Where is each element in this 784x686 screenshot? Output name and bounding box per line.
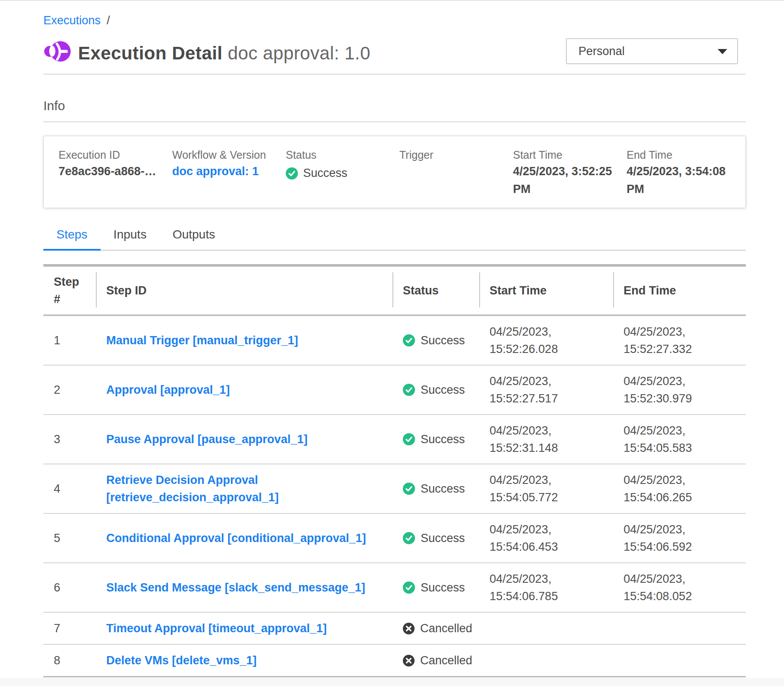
step-id-link[interactable]: Slack Send Message [slack_send_message_1… xyxy=(106,581,365,594)
column-header-status: Status xyxy=(392,267,479,316)
step-id-link[interactable]: Conditional Approval [conditional_approv… xyxy=(106,532,366,545)
step-id-link[interactable]: Retrieve Decision Approval [retrieve_dec… xyxy=(106,474,279,504)
step-id-link[interactable]: Delete VMs [delete_vms_1] xyxy=(106,654,257,667)
step-start-time: 04/25/2023, 15:54:06.785 xyxy=(479,563,613,613)
workflow-version-link[interactable]: doc approval: 1 xyxy=(172,165,259,178)
breadcrumb-separator: / xyxy=(107,14,110,27)
step-start-time: 04/25/2023, 15:52:27.517 xyxy=(479,366,613,415)
step-number: 6 xyxy=(43,563,96,613)
steps-table: Step # Step ID Status Start Time End Tim… xyxy=(43,264,746,677)
step-number: 4 xyxy=(43,464,96,514)
info-section-title: Info xyxy=(43,98,746,114)
step-end-time: 04/25/2023, 15:54:08.052 xyxy=(613,563,746,613)
step-number: 3 xyxy=(43,415,96,464)
cancelled-x-icon xyxy=(403,655,415,666)
success-check-icon xyxy=(403,483,415,495)
step-number: 8 xyxy=(43,645,96,676)
info-field-end-time: End Time 4/25/2023, 3:54:08 PM xyxy=(627,149,745,208)
breadcrumb: Executions/ xyxy=(43,0,746,27)
step-status-label: Success xyxy=(421,579,465,596)
step-end-time: 04/25/2023, 15:54:06.592 xyxy=(613,514,746,563)
status-value: Success xyxy=(303,167,347,180)
tab-steps[interactable]: Steps xyxy=(43,228,101,251)
column-header-start-time: Start Time xyxy=(479,267,613,316)
workflow-icon xyxy=(43,38,71,65)
success-check-icon xyxy=(403,433,415,445)
step-number: 1 xyxy=(43,316,96,366)
workspace-select[interactable]: Personal xyxy=(566,38,738,64)
step-status-label: Cancelled xyxy=(420,620,472,637)
step-status-label: Success xyxy=(421,480,465,497)
page-title: Execution Detail xyxy=(78,43,222,63)
breadcrumb-executions-link[interactable]: Executions xyxy=(43,14,101,27)
step-end-time xyxy=(613,645,746,676)
step-id-link[interactable]: Timeout Approval [timeout_approval_1] xyxy=(106,622,327,635)
step-end-time xyxy=(613,613,746,645)
step-start-time: 04/25/2023, 15:54:05.772 xyxy=(479,464,613,514)
info-label: Execution ID xyxy=(59,149,172,161)
info-divider xyxy=(43,121,746,122)
table-row: 7 Timeout Approval [timeout_approval_1] … xyxy=(43,613,746,645)
info-field-trigger: Trigger xyxy=(399,149,513,208)
end-time-value: 4/25/2023, 3:54:08 PM xyxy=(627,163,733,198)
header-divider xyxy=(43,74,746,75)
success-check-icon xyxy=(286,167,298,180)
step-start-time: 04/25/2023, 15:52:31.148 xyxy=(479,415,613,464)
step-start-time: 04/25/2023, 15:52:26.028 xyxy=(479,316,613,366)
step-id-link[interactable]: Pause Approval [pause_approval_1] xyxy=(106,433,307,446)
info-label: Trigger xyxy=(399,149,513,161)
table-row: 1 Manual Trigger [manual_trigger_1] Succ… xyxy=(43,316,746,366)
table-row: 6 Slack Send Message [slack_send_message… xyxy=(43,563,746,613)
step-start-time: 04/25/2023, 15:54:06.453 xyxy=(479,514,613,563)
info-field-status: Status Success xyxy=(286,149,399,208)
info-field-execution-id: Execution ID 7e8ac396-a868-… xyxy=(59,149,172,208)
success-check-icon xyxy=(403,334,415,346)
info-field-workflow-version: Workflow & Version doc approval: 1 xyxy=(172,149,286,208)
info-field-start-time: Start Time 4/25/2023, 3:52:25 PM xyxy=(513,149,627,208)
tab-inputs[interactable]: Inputs xyxy=(101,228,160,251)
step-status-label: Cancelled xyxy=(420,652,472,669)
step-start-time xyxy=(479,645,613,676)
step-end-time: 04/25/2023, 15:54:06.265 xyxy=(613,464,746,514)
table-row: 2 Approval [approval_1] Success 04/25/20… xyxy=(43,366,746,415)
step-id-link[interactable]: Manual Trigger [manual_trigger_1] xyxy=(106,334,298,347)
page-subtitle: doc approval: 1.0 xyxy=(228,43,370,63)
info-card: Execution ID 7e8ac396-a868-… Workflow & … xyxy=(43,136,746,208)
tab-bar: Steps Inputs Outputs xyxy=(43,228,746,251)
column-header-step-id: Step ID xyxy=(96,267,392,316)
step-number: 5 xyxy=(43,514,96,563)
step-end-time: 04/25/2023, 15:52:27.332 xyxy=(613,316,746,366)
column-header-end-time: End Time xyxy=(613,267,746,316)
step-end-time: 04/25/2023, 15:52:30.979 xyxy=(613,366,746,415)
info-label: End Time xyxy=(627,149,745,161)
info-label: Status xyxy=(286,149,399,161)
page-bottom-strip xyxy=(0,678,784,686)
table-row: 3 Pause Approval [pause_approval_1] Succ… xyxy=(43,415,746,464)
step-status-label: Success xyxy=(421,431,465,448)
success-check-icon xyxy=(403,581,415,594)
step-number: 7 xyxy=(43,613,96,645)
table-row: 8 Delete VMs [delete_vms_1] Cancelled xyxy=(43,645,746,676)
tab-outputs[interactable]: Outputs xyxy=(160,228,228,251)
step-number: 2 xyxy=(43,366,96,415)
step-start-time xyxy=(479,613,613,645)
cancelled-x-icon xyxy=(403,623,415,634)
step-status-label: Success xyxy=(421,332,465,349)
step-id-link[interactable]: Approval [approval_1] xyxy=(106,383,230,396)
execution-id-value: 7e8ac396-a868-… xyxy=(59,163,172,180)
info-label: Start Time xyxy=(513,149,627,161)
workspace-select-value: Personal xyxy=(578,45,625,58)
chevron-down-icon xyxy=(718,49,727,54)
step-status-label: Success xyxy=(421,381,465,399)
column-header-step-num: Step # xyxy=(43,267,96,316)
success-check-icon xyxy=(403,384,415,396)
steps-table-header-row: Step # Step ID Status Start Time End Tim… xyxy=(43,267,746,316)
start-time-value: 4/25/2023, 3:52:25 PM xyxy=(513,163,619,198)
success-check-icon xyxy=(403,532,415,544)
step-end-time: 04/25/2023, 15:54:05.583 xyxy=(613,415,746,464)
table-row: 5 Conditional Approval [conditional_appr… xyxy=(43,514,746,563)
table-row: 4 Retrieve Decision Approval [retrieve_d… xyxy=(43,464,746,514)
step-status-label: Success xyxy=(421,529,465,547)
info-label: Workflow & Version xyxy=(172,149,286,161)
